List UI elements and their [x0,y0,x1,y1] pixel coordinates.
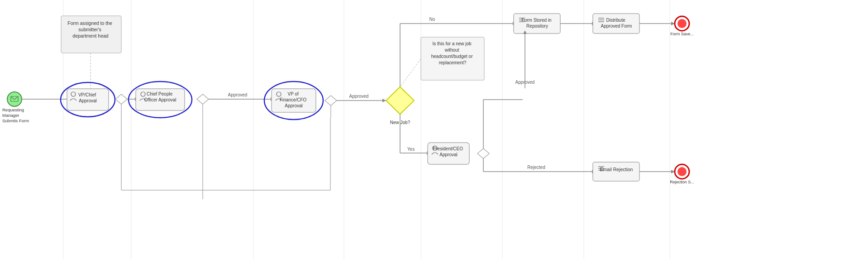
gateway-after-vp-chief [115,94,127,104]
gateway-after-vp-finance [325,96,337,106]
rejection-end-inner [677,167,687,176]
no-label: No [429,17,435,22]
email-rejection-label: Email Rejection [600,167,633,172]
workflow-canvas: Form assigned to the submitter's departm… [0,0,868,259]
svg-line-24 [400,59,421,87]
approved-label-1: Approved [228,92,248,97]
new-job-gateway [386,87,414,114]
bpmn-diagram: Form assigned to the submitter's departm… [0,0,868,259]
rejected-label: Rejected [527,165,545,170]
form-saved-label: Form Save... [670,32,694,36]
form-saved-end-inner [677,19,687,28]
approved-label-2: Approved [349,94,369,99]
gateway-after-chief-people [197,94,209,104]
req-manager-label: Requesting Manager Submits Form [2,107,29,123]
rejection-end-label: Rejection S... [670,180,694,184]
yes-label: Yes [407,147,415,152]
gateway-after-president [477,149,489,158]
start-event [7,92,22,106]
